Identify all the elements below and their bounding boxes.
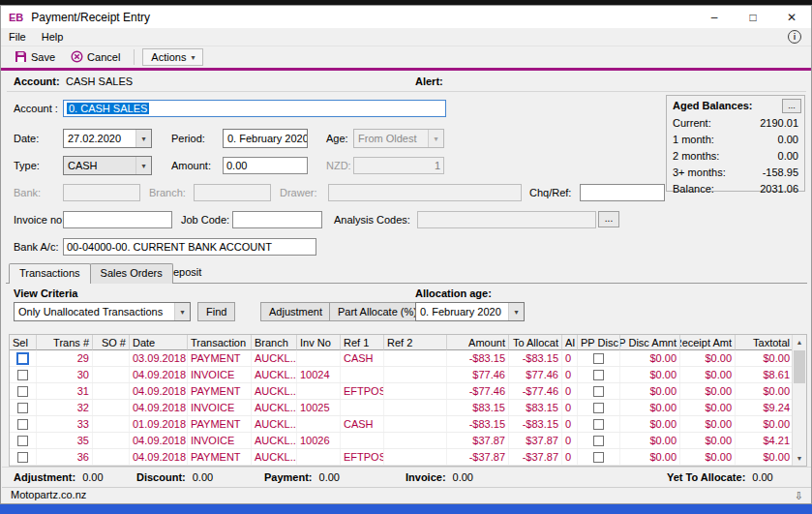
menu-file[interactable]: File <box>1 28 34 45</box>
cell-ai: 0 <box>562 383 578 399</box>
minimize-button[interactable]: – <box>695 6 734 28</box>
transaction-row[interactable]: 3504.09.2018INVOICEAUCKL...10026$37.87$3… <box>10 433 806 449</box>
cell-pp_disc_amnt: $0.00 <box>620 416 680 432</box>
cell-amount: -$83.15 <box>447 350 509 366</box>
status-down-icon[interactable]: ⇩ <box>795 489 803 503</box>
info-icon[interactable]: i <box>788 30 801 44</box>
pp-disc-checkbox[interactable] <box>593 370 604 380</box>
grid-header-inv-no[interactable]: Inv No <box>297 335 341 350</box>
accent-divider <box>1 68 811 71</box>
row-select-checkbox[interactable] <box>17 436 28 446</box>
payment-total-value: 0.00 <box>319 471 340 483</box>
scroll-down-icon[interactable]: ▼ <box>793 451 806 466</box>
calendar-dropdown-icon[interactable]: ▾ <box>135 130 151 147</box>
part-allocate-button[interactable]: Part Allocate (%) <box>329 302 426 321</box>
statusbar: Motopartz.co.nz ⇩ <box>2 487 811 502</box>
analysis-codes-input <box>417 211 596 228</box>
aged-balance-value: 0.00 <box>778 132 798 148</box>
filter-select[interactable]: Only Unallocated Transactions ▾ <box>14 302 191 321</box>
label-chqref: Chq/Ref: <box>529 184 571 201</box>
grid-header-amount[interactable]: Amount <box>447 335 509 350</box>
allocation-age-select[interactable]: 0. February 2020 ▾ <box>415 302 525 321</box>
job-code-input[interactable] <box>232 211 322 228</box>
account-input[interactable]: 0. CASH SALES <box>63 100 446 117</box>
grid-header-ref-2[interactable]: Ref 2 <box>384 335 447 350</box>
pp-disc-checkbox[interactable] <box>593 403 604 413</box>
grid-header-so-[interactable]: SO # <box>93 335 130 350</box>
transaction-row[interactable]: 3004.09.2018INVOICEAUCKL...10024$77.46$7… <box>10 367 806 383</box>
aged-balance-row: Balance:2031.06 <box>673 181 798 197</box>
aged-balances-browse-button[interactable]: ... <box>782 99 801 113</box>
discount-total-label: Discount: <box>136 471 186 483</box>
pp-disc-checkbox[interactable] <box>593 419 604 430</box>
find-button[interactable]: Find <box>197 302 235 321</box>
cell-receipt_amt: $0.00 <box>680 449 736 465</box>
row-select-checkbox[interactable] <box>17 452 28 463</box>
grid-header-ai[interactable]: AI <box>562 335 578 350</box>
maximize-button[interactable]: □ <box>734 6 772 28</box>
chevron-down-icon[interactable]: ▾ <box>135 157 151 174</box>
row-select-checkbox[interactable] <box>17 386 28 397</box>
grid-header-row: SelTrans #SO #DateTransactionBranchInv N… <box>10 335 806 350</box>
row-select-checkbox[interactable] <box>17 403 28 413</box>
grid-header-taxtotal[interactable]: Taxtotal <box>736 335 794 350</box>
scroll-up-icon[interactable]: ▲ <box>793 335 806 349</box>
grid-header-trans-[interactable]: Trans # <box>37 335 93 350</box>
cell-to_allocate: -$37.87 <box>509 449 562 465</box>
close-button[interactable]: ✕ <box>772 6 811 28</box>
cell-amount: $83.15 <box>447 400 509 415</box>
row-select-checkbox[interactable] <box>17 419 28 430</box>
menu-help[interactable]: Help <box>34 28 72 45</box>
adjustment-button[interactable]: Adjustment <box>260 302 331 321</box>
amount-input[interactable]: 0.00 <box>223 157 308 174</box>
screen: EB Payment/Receipt Entry – □ ✕ File Help… <box>0 0 812 514</box>
cell-so <box>93 433 130 448</box>
cell-ref1: CASH <box>341 416 384 432</box>
cell-transaction: PAYMENT <box>188 383 252 399</box>
grid-header-pp-disc-amnt[interactable]: PP Disc Amnt <box>620 335 680 350</box>
chevron-down-icon[interactable]: ▾ <box>508 303 524 320</box>
grid-header-receipt-amt[interactable]: Receipt Amt <box>680 335 736 350</box>
grid-header-sel[interactable]: Sel <box>10 335 37 350</box>
grid-header-to-allocat[interactable]: To Allocat <box>509 335 562 350</box>
type-select[interactable]: CASH ▾ <box>63 156 152 175</box>
date-input[interactable]: 27.02.2020 ▾ <box>63 129 152 148</box>
transaction-row[interactable]: 3104.09.2018PAYMENTAUCKL...EFTPOS-$77.46… <box>10 383 806 400</box>
grid-vertical-scrollbar[interactable]: ▲ ▼ <box>792 335 806 466</box>
grid-header-transaction[interactable]: Transaction <box>188 335 252 350</box>
transaction-row[interactable]: 3301.09.2018PAYMENTAUCKL...CASH-$83.15-$… <box>10 416 806 433</box>
bank-ac-value: 00-04000-00. CURRENT BANK ACCOUNT <box>67 241 272 253</box>
cell-trans: 32 <box>37 400 93 415</box>
row-select-checkbox[interactable] <box>16 352 29 365</box>
save-button[interactable]: Save <box>9 48 61 67</box>
transaction-row[interactable]: 3604.09.2018PAYMENTAUCKL...EFTPOS-$37.87… <box>10 449 806 466</box>
pp-disc-checkbox[interactable] <box>593 353 604 364</box>
cell-sel <box>10 416 37 432</box>
cell-ref2 <box>384 416 447 432</box>
scrollbar-thumb[interactable] <box>794 350 805 383</box>
tab-sales-orders[interactable]: Sales Orders <box>90 263 173 284</box>
chevron-down-icon[interactable]: ▾ <box>174 303 190 320</box>
cell-amount: $37.87 <box>447 433 509 448</box>
pp-disc-checkbox[interactable] <box>593 386 604 397</box>
tab-transactions[interactable]: Transactions <box>9 263 91 284</box>
cancel-button[interactable]: Cancel <box>65 48 126 67</box>
cell-to_allocate: -$83.15 <box>509 416 562 432</box>
analysis-codes-browse-button[interactable]: ... <box>598 211 619 227</box>
period-select[interactable]: 0. February 2020 ▾ <box>223 129 308 148</box>
bank-ac-input[interactable]: 00-04000-00. CURRENT BANK ACCOUNT <box>63 238 316 256</box>
grid-header-ref-1[interactable]: Ref 1 <box>341 335 384 350</box>
transaction-row[interactable]: 3204.09.2018INVOICEAUCKL...10025$83.15$8… <box>10 400 806 416</box>
label-period: Period: <box>171 130 205 147</box>
grid-header-date[interactable]: Date <box>130 335 188 350</box>
grid-header-branch[interactable]: Branch <box>252 335 297 350</box>
transaction-row[interactable]: 2903.09.2018PAYMENTAUCKL...CASH-$83.15-$… <box>10 350 806 367</box>
cell-inv: 10024 <box>297 367 341 382</box>
grid-header-pp-disc[interactable]: PP Disc <box>578 335 620 350</box>
chqref-input[interactable] <box>580 184 665 201</box>
invoice-no-input[interactable] <box>63 211 172 228</box>
pp-disc-checkbox[interactable] <box>593 436 604 446</box>
row-select-checkbox[interactable] <box>17 370 28 380</box>
actions-button[interactable]: Actions ▾ <box>142 48 203 66</box>
pp-disc-checkbox[interactable] <box>593 452 604 463</box>
